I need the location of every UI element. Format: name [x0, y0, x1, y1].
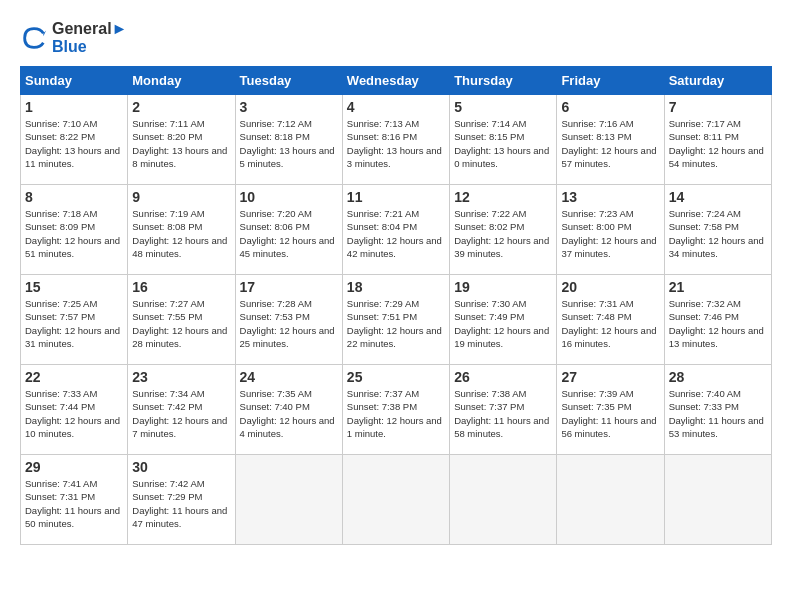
day-number: 28 — [669, 369, 767, 385]
weekday-header-monday: Monday — [128, 67, 235, 95]
day-number: 18 — [347, 279, 445, 295]
calendar-day-15: 15 Sunrise: 7:25 AM Sunset: 7:57 PM Dayl… — [21, 275, 128, 365]
weekday-header-friday: Friday — [557, 67, 664, 95]
weekday-header-wednesday: Wednesday — [342, 67, 449, 95]
calendar-day-21: 21 Sunrise: 7:32 AM Sunset: 7:46 PM Dayl… — [664, 275, 771, 365]
calendar-day-12: 12 Sunrise: 7:22 AM Sunset: 8:02 PM Dayl… — [450, 185, 557, 275]
day-number: 8 — [25, 189, 123, 205]
day-number: 17 — [240, 279, 338, 295]
logo: General► Blue — [20, 20, 127, 56]
calendar-week-row: 1 Sunrise: 7:10 AM Sunset: 8:22 PM Dayli… — [21, 95, 772, 185]
calendar-day-30: 30 Sunrise: 7:42 AM Sunset: 7:29 PM Dayl… — [128, 455, 235, 545]
day-info: Sunrise: 7:18 AM Sunset: 8:09 PM Dayligh… — [25, 207, 123, 260]
calendar-day-17: 17 Sunrise: 7:28 AM Sunset: 7:53 PM Dayl… — [235, 275, 342, 365]
page-header: General► Blue — [20, 20, 772, 56]
calendar-empty-cell — [235, 455, 342, 545]
day-number: 15 — [25, 279, 123, 295]
day-info: Sunrise: 7:14 AM Sunset: 8:15 PM Dayligh… — [454, 117, 552, 170]
day-info: Sunrise: 7:35 AM Sunset: 7:40 PM Dayligh… — [240, 387, 338, 440]
weekday-header-saturday: Saturday — [664, 67, 771, 95]
logo-icon — [20, 24, 48, 52]
day-info: Sunrise: 7:27 AM Sunset: 7:55 PM Dayligh… — [132, 297, 230, 350]
day-info: Sunrise: 7:16 AM Sunset: 8:13 PM Dayligh… — [561, 117, 659, 170]
day-number: 30 — [132, 459, 230, 475]
calendar-day-5: 5 Sunrise: 7:14 AM Sunset: 8:15 PM Dayli… — [450, 95, 557, 185]
day-number: 19 — [454, 279, 552, 295]
day-number: 23 — [132, 369, 230, 385]
calendar-week-row: 29 Sunrise: 7:41 AM Sunset: 7:31 PM Dayl… — [21, 455, 772, 545]
day-number: 14 — [669, 189, 767, 205]
calendar-day-11: 11 Sunrise: 7:21 AM Sunset: 8:04 PM Dayl… — [342, 185, 449, 275]
day-info: Sunrise: 7:31 AM Sunset: 7:48 PM Dayligh… — [561, 297, 659, 350]
day-info: Sunrise: 7:28 AM Sunset: 7:53 PM Dayligh… — [240, 297, 338, 350]
day-number: 12 — [454, 189, 552, 205]
weekday-header-thursday: Thursday — [450, 67, 557, 95]
calendar-day-13: 13 Sunrise: 7:23 AM Sunset: 8:00 PM Dayl… — [557, 185, 664, 275]
calendar-day-4: 4 Sunrise: 7:13 AM Sunset: 8:16 PM Dayli… — [342, 95, 449, 185]
calendar-day-19: 19 Sunrise: 7:30 AM Sunset: 7:49 PM Dayl… — [450, 275, 557, 365]
calendar-day-25: 25 Sunrise: 7:37 AM Sunset: 7:38 PM Dayl… — [342, 365, 449, 455]
calendar-day-26: 26 Sunrise: 7:38 AM Sunset: 7:37 PM Dayl… — [450, 365, 557, 455]
calendar-day-29: 29 Sunrise: 7:41 AM Sunset: 7:31 PM Dayl… — [21, 455, 128, 545]
day-number: 25 — [347, 369, 445, 385]
calendar-day-16: 16 Sunrise: 7:27 AM Sunset: 7:55 PM Dayl… — [128, 275, 235, 365]
calendar-week-row: 8 Sunrise: 7:18 AM Sunset: 8:09 PM Dayli… — [21, 185, 772, 275]
weekday-header-sunday: Sunday — [21, 67, 128, 95]
calendar-day-28: 28 Sunrise: 7:40 AM Sunset: 7:33 PM Dayl… — [664, 365, 771, 455]
day-number: 5 — [454, 99, 552, 115]
calendar-day-23: 23 Sunrise: 7:34 AM Sunset: 7:42 PM Dayl… — [128, 365, 235, 455]
day-number: 7 — [669, 99, 767, 115]
day-info: Sunrise: 7:11 AM Sunset: 8:20 PM Dayligh… — [132, 117, 230, 170]
day-info: Sunrise: 7:22 AM Sunset: 8:02 PM Dayligh… — [454, 207, 552, 260]
day-info: Sunrise: 7:21 AM Sunset: 8:04 PM Dayligh… — [347, 207, 445, 260]
day-info: Sunrise: 7:23 AM Sunset: 8:00 PM Dayligh… — [561, 207, 659, 260]
day-info: Sunrise: 7:29 AM Sunset: 7:51 PM Dayligh… — [347, 297, 445, 350]
calendar-day-18: 18 Sunrise: 7:29 AM Sunset: 7:51 PM Dayl… — [342, 275, 449, 365]
calendar-empty-cell — [450, 455, 557, 545]
day-info: Sunrise: 7:25 AM Sunset: 7:57 PM Dayligh… — [25, 297, 123, 350]
calendar-day-3: 3 Sunrise: 7:12 AM Sunset: 8:18 PM Dayli… — [235, 95, 342, 185]
weekday-header-row: SundayMondayTuesdayWednesdayThursdayFrid… — [21, 67, 772, 95]
calendar-table: SundayMondayTuesdayWednesdayThursdayFrid… — [20, 66, 772, 545]
day-info: Sunrise: 7:10 AM Sunset: 8:22 PM Dayligh… — [25, 117, 123, 170]
day-info: Sunrise: 7:30 AM Sunset: 7:49 PM Dayligh… — [454, 297, 552, 350]
day-info: Sunrise: 7:39 AM Sunset: 7:35 PM Dayligh… — [561, 387, 659, 440]
weekday-header-tuesday: Tuesday — [235, 67, 342, 95]
day-number: 4 — [347, 99, 445, 115]
day-info: Sunrise: 7:32 AM Sunset: 7:46 PM Dayligh… — [669, 297, 767, 350]
day-number: 24 — [240, 369, 338, 385]
day-info: Sunrise: 7:33 AM Sunset: 7:44 PM Dayligh… — [25, 387, 123, 440]
calendar-day-9: 9 Sunrise: 7:19 AM Sunset: 8:08 PM Dayli… — [128, 185, 235, 275]
calendar-day-20: 20 Sunrise: 7:31 AM Sunset: 7:48 PM Dayl… — [557, 275, 664, 365]
day-info: Sunrise: 7:17 AM Sunset: 8:11 PM Dayligh… — [669, 117, 767, 170]
day-number: 20 — [561, 279, 659, 295]
day-number: 6 — [561, 99, 659, 115]
day-number: 16 — [132, 279, 230, 295]
calendar-day-1: 1 Sunrise: 7:10 AM Sunset: 8:22 PM Dayli… — [21, 95, 128, 185]
day-info: Sunrise: 7:40 AM Sunset: 7:33 PM Dayligh… — [669, 387, 767, 440]
day-info: Sunrise: 7:19 AM Sunset: 8:08 PM Dayligh… — [132, 207, 230, 260]
day-number: 22 — [25, 369, 123, 385]
day-info: Sunrise: 7:24 AM Sunset: 7:58 PM Dayligh… — [669, 207, 767, 260]
day-number: 3 — [240, 99, 338, 115]
day-info: Sunrise: 7:42 AM Sunset: 7:29 PM Dayligh… — [132, 477, 230, 530]
day-info: Sunrise: 7:12 AM Sunset: 8:18 PM Dayligh… — [240, 117, 338, 170]
day-info: Sunrise: 7:34 AM Sunset: 7:42 PM Dayligh… — [132, 387, 230, 440]
day-info: Sunrise: 7:37 AM Sunset: 7:38 PM Dayligh… — [347, 387, 445, 440]
calendar-day-2: 2 Sunrise: 7:11 AM Sunset: 8:20 PM Dayli… — [128, 95, 235, 185]
day-number: 21 — [669, 279, 767, 295]
day-number: 10 — [240, 189, 338, 205]
calendar-day-24: 24 Sunrise: 7:35 AM Sunset: 7:40 PM Dayl… — [235, 365, 342, 455]
calendar-day-22: 22 Sunrise: 7:33 AM Sunset: 7:44 PM Dayl… — [21, 365, 128, 455]
day-number: 1 — [25, 99, 123, 115]
day-number: 9 — [132, 189, 230, 205]
day-number: 13 — [561, 189, 659, 205]
calendar-empty-cell — [342, 455, 449, 545]
calendar-day-10: 10 Sunrise: 7:20 AM Sunset: 8:06 PM Dayl… — [235, 185, 342, 275]
calendar-week-row: 15 Sunrise: 7:25 AM Sunset: 7:57 PM Dayl… — [21, 275, 772, 365]
day-info: Sunrise: 7:13 AM Sunset: 8:16 PM Dayligh… — [347, 117, 445, 170]
day-number: 11 — [347, 189, 445, 205]
calendar-week-row: 22 Sunrise: 7:33 AM Sunset: 7:44 PM Dayl… — [21, 365, 772, 455]
day-number: 29 — [25, 459, 123, 475]
calendar-day-6: 6 Sunrise: 7:16 AM Sunset: 8:13 PM Dayli… — [557, 95, 664, 185]
